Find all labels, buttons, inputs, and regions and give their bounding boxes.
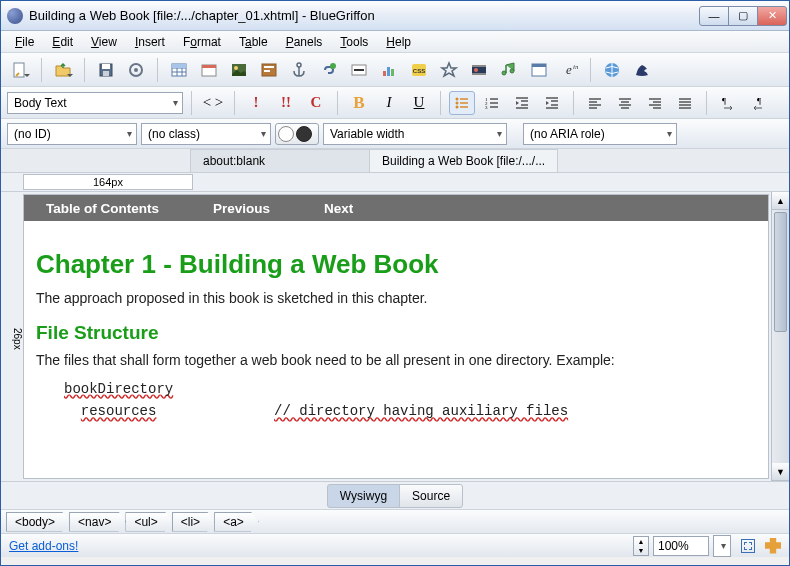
document-canvas[interactable]: Table of Contents Previous Next Chapter …	[23, 194, 769, 479]
menu-view[interactable]: View	[83, 33, 125, 51]
nav-next[interactable]: Next	[302, 201, 385, 216]
svg-rect-34	[532, 64, 546, 67]
crumb-body[interactable]: <body>	[6, 512, 70, 532]
italic-button[interactable]: I	[376, 91, 402, 115]
scroll-thumb[interactable]	[774, 212, 787, 332]
outdent-button[interactable]	[509, 91, 535, 115]
align-center-button[interactable]	[612, 91, 638, 115]
maximize-button[interactable]: ▢	[728, 6, 758, 26]
calendar-button[interactable]	[196, 57, 222, 83]
class-c-button[interactable]: C	[303, 91, 329, 115]
color-toggle[interactable]	[275, 123, 319, 145]
code-button[interactable]: < >	[200, 91, 226, 115]
menu-help[interactable]: Help	[378, 33, 419, 51]
math-button[interactable]: eiπ	[556, 57, 582, 83]
id-select[interactable]: (no ID)	[7, 123, 137, 145]
svg-point-38	[456, 97, 459, 100]
save-button[interactable]	[93, 57, 119, 83]
addon-icon[interactable]	[765, 538, 781, 554]
nav-prev[interactable]: Previous	[191, 201, 302, 216]
align-right-button[interactable]	[642, 91, 668, 115]
window-controls: — ▢ ✕	[700, 6, 787, 26]
wysiwyg-tab[interactable]: Wysiwyg	[327, 484, 400, 508]
menubar: File Edit View Insert Format Table Panel…	[1, 31, 789, 53]
new-button[interactable]	[7, 57, 33, 83]
ltr-button[interactable]: ¶	[715, 91, 741, 115]
scroll-down-button[interactable]: ▼	[772, 463, 789, 481]
crumb-li[interactable]: <li>	[172, 512, 215, 532]
addons-link[interactable]: Get add-ons!	[9, 539, 78, 553]
crumb-a[interactable]: <a>	[214, 512, 259, 532]
svg-rect-0	[14, 63, 24, 77]
fullscreen-icon[interactable]	[741, 539, 755, 553]
zoom-dropdown[interactable]	[713, 535, 731, 557]
align-justify-button[interactable]	[672, 91, 698, 115]
form-button[interactable]	[256, 57, 282, 83]
audio-button[interactable]	[496, 57, 522, 83]
globe-button[interactable]	[599, 57, 625, 83]
number-list-button[interactable]: 123	[479, 91, 505, 115]
source-tab[interactable]: Source	[399, 484, 463, 508]
settings-button[interactable]	[123, 57, 149, 83]
main-toolbar: CSS eiπ	[1, 53, 789, 87]
window-button[interactable]	[526, 57, 552, 83]
font-select[interactable]: Variable width	[323, 123, 507, 145]
svg-point-40	[456, 105, 459, 108]
griffon-icon[interactable]	[629, 57, 655, 83]
svg-rect-26	[391, 69, 394, 76]
star-button[interactable]	[436, 57, 462, 83]
excl-button[interactable]: !	[243, 91, 269, 115]
block-format-select[interactable]: Body Text	[7, 92, 183, 114]
vertical-scrollbar[interactable]: ▲ ▼	[771, 192, 789, 481]
tab-active[interactable]: Building a Web Book [file:/.../...	[369, 149, 558, 172]
svg-point-21	[330, 63, 336, 69]
svg-point-32	[474, 68, 478, 72]
scroll-up-button[interactable]: ▲	[772, 192, 789, 210]
svg-text:iπ: iπ	[573, 63, 578, 71]
chart-button[interactable]	[376, 57, 402, 83]
menu-table[interactable]: Table	[231, 33, 276, 51]
hr-button[interactable]	[346, 57, 372, 83]
close-button[interactable]: ✕	[757, 6, 787, 26]
svg-point-19	[297, 63, 301, 67]
table-button[interactable]	[166, 57, 192, 83]
css-button[interactable]: CSS	[406, 57, 432, 83]
menu-insert[interactable]: Insert	[127, 33, 173, 51]
svg-rect-24	[383, 71, 386, 76]
link-button[interactable]	[316, 57, 342, 83]
doc-navbar: Table of Contents Previous Next	[24, 195, 768, 221]
svg-point-15	[234, 66, 238, 70]
menu-format[interactable]: Format	[175, 33, 229, 51]
rtl-button[interactable]: ¶	[745, 91, 771, 115]
crumb-nav[interactable]: <nav>	[69, 512, 126, 532]
horizontal-ruler: 164px	[1, 173, 789, 191]
bold-button[interactable]: B	[346, 91, 372, 115]
format-toolbar: Body Text < > ! !! C B I U 123 ¶ ¶	[1, 87, 789, 119]
svg-text:¶: ¶	[757, 96, 761, 106]
vertical-ruler: 26px	[1, 192, 23, 481]
zoom-spinner[interactable]: ▲▼	[633, 536, 649, 556]
open-button[interactable]	[50, 57, 76, 83]
menu-edit[interactable]: Edit	[44, 33, 81, 51]
indent-button[interactable]	[539, 91, 565, 115]
doc-paragraph: The approach proposed in this book is sk…	[36, 290, 756, 306]
image-button[interactable]	[226, 57, 252, 83]
tab-blank[interactable]: about:blank	[190, 149, 370, 172]
excl2-button[interactable]: !!	[273, 91, 299, 115]
aria-select[interactable]: (no ARIA role)	[523, 123, 677, 145]
zoom-input[interactable]	[653, 536, 709, 556]
menu-file[interactable]: File	[7, 33, 42, 51]
crumb-ul[interactable]: <ul>	[125, 512, 172, 532]
menu-tools[interactable]: Tools	[332, 33, 376, 51]
video-button[interactable]	[466, 57, 492, 83]
nav-toc[interactable]: Table of Contents	[24, 201, 191, 216]
doc-heading-2: File Structure	[36, 322, 756, 344]
anchor-button[interactable]	[286, 57, 312, 83]
bullet-list-button[interactable]	[449, 91, 475, 115]
minimize-button[interactable]: —	[699, 6, 729, 26]
svg-point-39	[456, 101, 459, 104]
class-select[interactable]: (no class)	[141, 123, 271, 145]
align-left-button[interactable]	[582, 91, 608, 115]
menu-panels[interactable]: Panels	[278, 33, 331, 51]
underline-button[interactable]: U	[406, 91, 432, 115]
